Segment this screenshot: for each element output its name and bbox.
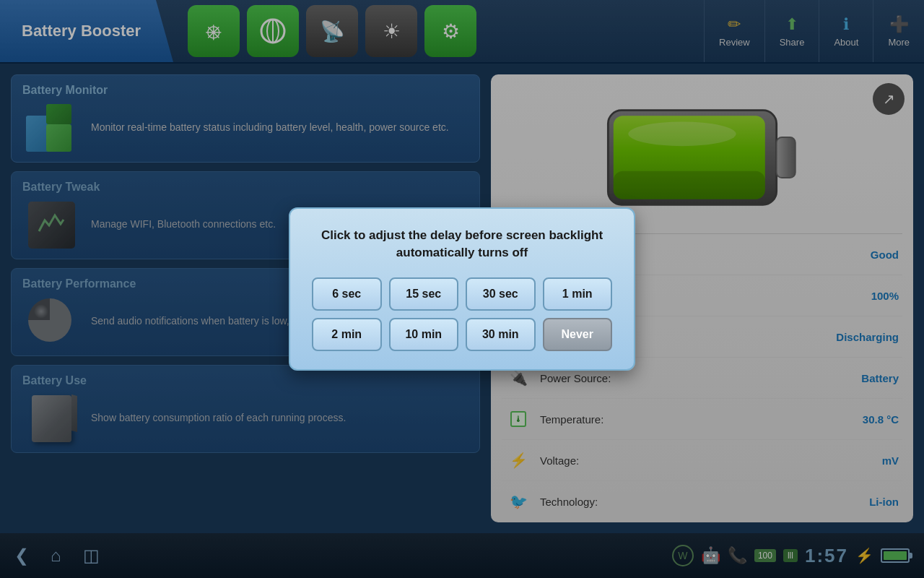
btn-30min[interactable]: 30 min xyxy=(466,318,536,351)
modal-btn-row-2: 2 min 10 min 30 min Never xyxy=(312,318,612,351)
btn-30sec[interactable]: 30 sec xyxy=(466,277,536,311)
modal-dialog: Click to adjust the delay before screen … xyxy=(289,207,635,371)
btn-6sec[interactable]: 6 sec xyxy=(312,277,382,311)
btn-1min[interactable]: 1 min xyxy=(543,277,613,311)
btn-15sec[interactable]: 15 sec xyxy=(389,277,459,311)
modal-overlay[interactable]: Click to adjust the delay before screen … xyxy=(0,0,924,578)
btn-2min[interactable]: 2 min xyxy=(312,318,382,351)
modal-btn-row-1: 6 sec 15 sec 30 sec 1 min xyxy=(312,277,612,311)
btn-10min[interactable]: 10 min xyxy=(389,318,459,351)
btn-never[interactable]: Never xyxy=(543,318,613,351)
modal-title: Click to adjust the delay before screen … xyxy=(312,227,612,262)
modal-buttons: 6 sec 15 sec 30 sec 1 min 2 min 10 min 3… xyxy=(312,277,612,351)
